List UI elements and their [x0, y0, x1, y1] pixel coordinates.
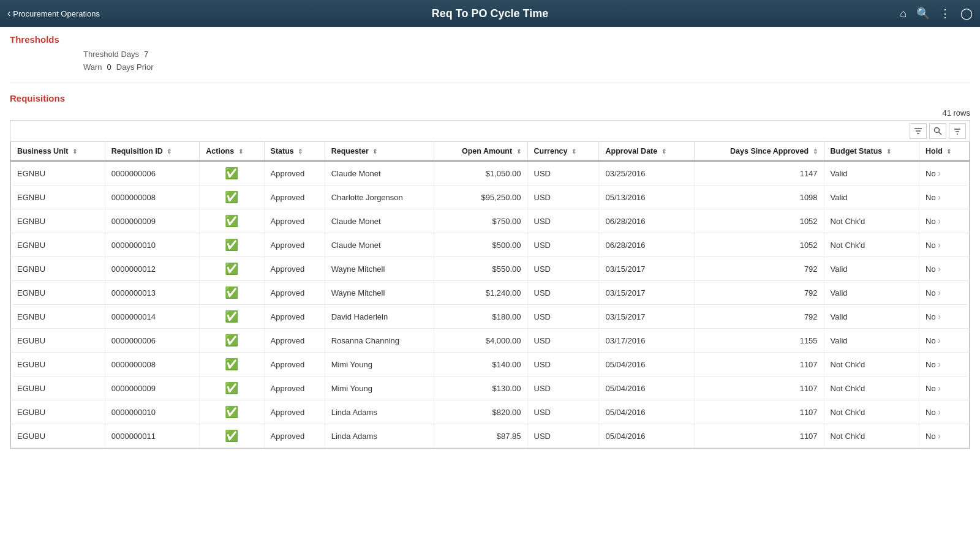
row-chevron-icon[interactable]: › — [938, 335, 941, 345]
search-input[interactable] — [14, 125, 907, 137]
row-chevron-icon[interactable]: › — [938, 192, 941, 202]
cell-approval-date: 05/04/2016 — [599, 376, 695, 400]
cell-requester: David Haderlein — [325, 305, 434, 329]
row-chevron-icon[interactable]: › — [938, 288, 941, 298]
row-chevron-icon[interactable]: › — [938, 240, 941, 250]
table-row[interactable]: EGNBU 0000000009 ✅ Approved Claude Monet… — [11, 209, 970, 233]
filter-icon — [914, 127, 922, 135]
cell-approval-date: 05/04/2016 — [599, 353, 695, 376]
row-chevron-icon[interactable]: › — [938, 431, 941, 441]
col-approval-date[interactable]: Approval Date ⇕ — [599, 142, 695, 162]
sort-days-icon: ⇕ — [813, 148, 818, 155]
table-row[interactable]: EGUBU 0000000011 ✅ Approved Linda Adams … — [11, 424, 970, 448]
cell-req-id: 0000000013 — [105, 281, 200, 305]
sort-date-icon: ⇕ — [662, 148, 666, 155]
table-row[interactable]: EGNBU 0000000012 ✅ Approved Wayne Mitche… — [11, 257, 970, 281]
row-chevron-icon[interactable]: › — [938, 168, 941, 178]
cell-currency: USD — [527, 305, 599, 329]
sort-button[interactable] — [949, 123, 966, 139]
search-icon[interactable]: 🔍 — [916, 7, 930, 20]
search-button[interactable] — [929, 123, 946, 139]
more-icon[interactable]: ⋮ — [940, 7, 951, 20]
cell-status: Approved — [264, 209, 325, 233]
row-chevron-icon[interactable]: › — [938, 407, 941, 417]
table-row[interactable]: EGNBU 0000000006 ✅ Approved Claude Monet… — [11, 161, 970, 185]
cell-amount: $1,240.00 — [434, 281, 527, 305]
thresholds-section: Thresholds Threshold Days 7 Warn 0 Days … — [10, 34, 970, 83]
col-open-amount[interactable]: Open Amount ⇕ — [434, 142, 527, 162]
cell-req-id: 0000000006 — [105, 161, 200, 185]
cell-amount: $87.85 — [434, 424, 527, 448]
cell-hold: No › — [919, 185, 970, 209]
cell-bu: EGNBU — [11, 281, 105, 305]
table-row[interactable]: EGUBU 0000000008 ✅ Approved Mimi Young $… — [11, 353, 970, 376]
cell-actions[interactable]: ✅ — [200, 233, 264, 257]
sort-actions-icon: ⇕ — [238, 148, 243, 155]
col-req-id[interactable]: Requisition ID ⇕ — [105, 142, 200, 162]
row-chevron-icon[interactable]: › — [938, 383, 941, 393]
row-chevron-icon[interactable]: › — [938, 359, 941, 369]
search-icon — [933, 127, 942, 135]
warn-value: 0 — [107, 62, 111, 72]
cell-days: 1052 — [695, 209, 824, 233]
cell-actions[interactable]: ✅ — [200, 376, 264, 400]
row-chevron-icon[interactable]: › — [938, 312, 941, 321]
cell-budget-status: Valid — [824, 257, 919, 281]
cell-actions[interactable]: ✅ — [200, 424, 264, 448]
table-row[interactable]: EGUBU 0000000006 ✅ Approved Rosanna Chan… — [11, 329, 970, 353]
cell-actions[interactable]: ✅ — [200, 400, 264, 424]
cell-actions[interactable]: ✅ — [200, 305, 264, 329]
cell-req-id: 0000000006 — [105, 329, 200, 353]
table-row[interactable]: EGUBU 0000000009 ✅ Approved Mimi Young $… — [11, 376, 970, 400]
approved-icon: ✅ — [225, 263, 238, 275]
table-row[interactable]: EGNBU 0000000013 ✅ Approved Wayne Mitche… — [11, 281, 970, 305]
cell-actions[interactable]: ✅ — [200, 209, 264, 233]
approved-icon: ✅ — [225, 215, 238, 227]
col-requester[interactable]: Requester ⇕ — [325, 142, 434, 162]
filter-button[interactable] — [910, 123, 927, 139]
user-icon[interactable]: ◯ — [960, 7, 973, 20]
col-hold[interactable]: Hold ⇕ — [919, 142, 970, 162]
cell-requester: Charlotte Jorgenson — [325, 185, 434, 209]
cell-days: 1147 — [695, 161, 824, 185]
cell-actions[interactable]: ✅ — [200, 329, 264, 353]
cell-actions[interactable]: ✅ — [200, 281, 264, 305]
cell-status: Approved — [264, 424, 325, 448]
col-status[interactable]: Status ⇕ — [264, 142, 325, 162]
cell-status: Approved — [264, 353, 325, 376]
approved-icon: ✅ — [225, 167, 238, 179]
sort-req-icon: ⇕ — [372, 148, 377, 155]
main-content: Thresholds Threshold Days 7 Warn 0 Days … — [0, 27, 980, 456]
cell-days: 792 — [695, 281, 824, 305]
cell-actions[interactable]: ✅ — [200, 161, 264, 185]
requisitions-title: Requisitions — [10, 93, 970, 103]
back-nav[interactable]: ‹ Procurement Operations — [7, 8, 100, 19]
row-chevron-icon[interactable]: › — [938, 216, 941, 226]
cell-currency: USD — [527, 257, 599, 281]
cell-bu: EGNBU — [11, 185, 105, 209]
col-currency[interactable]: Currency ⇕ — [527, 142, 599, 162]
cell-actions[interactable]: ✅ — [200, 353, 264, 376]
cell-hold: No › — [919, 305, 970, 329]
col-days-since[interactable]: Days Since Approved ⇕ — [695, 142, 824, 162]
col-budget-status[interactable]: Budget Status ⇕ — [824, 142, 919, 162]
cell-amount: $140.00 — [434, 353, 527, 376]
home-icon[interactable]: ⌂ — [900, 7, 907, 20]
col-business-unit[interactable]: Business Unit ⇕ — [11, 142, 105, 162]
cell-budget-status: Not Chk'd — [824, 233, 919, 257]
cell-budget-status: Not Chk'd — [824, 353, 919, 376]
cell-req-id: 0000000010 — [105, 233, 200, 257]
table-row[interactable]: EGUBU 0000000010 ✅ Approved Linda Adams … — [11, 400, 970, 424]
cell-actions[interactable]: ✅ — [200, 257, 264, 281]
cell-actions[interactable]: ✅ — [200, 185, 264, 209]
table-row[interactable]: EGNBU 0000000010 ✅ Approved Claude Monet… — [11, 233, 970, 257]
row-chevron-icon[interactable]: › — [938, 264, 941, 274]
cell-hold: No › — [919, 209, 970, 233]
cell-status: Approved — [264, 400, 325, 424]
table-row[interactable]: EGNBU 0000000008 ✅ Approved Charlotte Jo… — [11, 185, 970, 209]
cell-days: 1052 — [695, 233, 824, 257]
col-actions[interactable]: Actions ⇕ — [200, 142, 264, 162]
cell-amount: $820.00 — [434, 400, 527, 424]
approved-icon: ✅ — [225, 310, 238, 323]
table-row[interactable]: EGNBU 0000000014 ✅ Approved David Haderl… — [11, 305, 970, 329]
